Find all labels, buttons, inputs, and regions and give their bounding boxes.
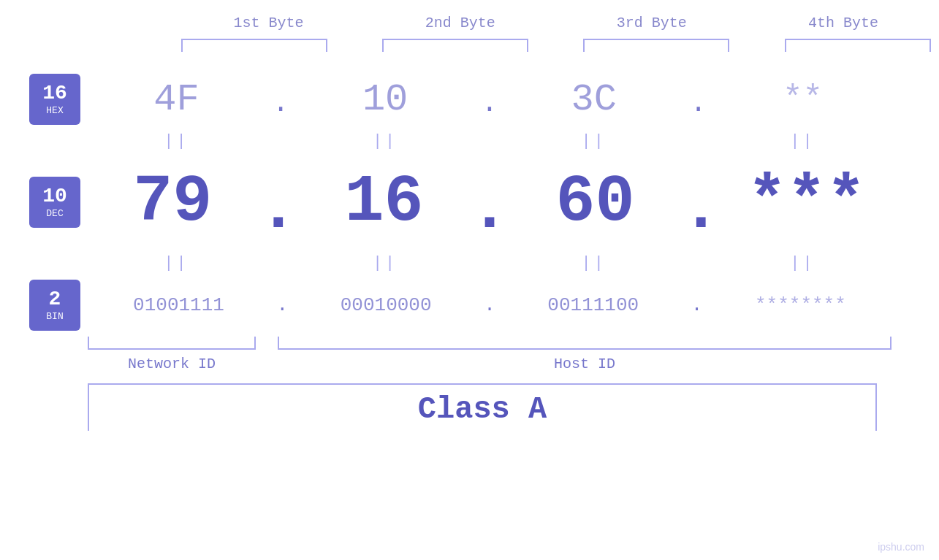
byte1-header: 1st Byte <box>185 15 353 31</box>
dot-hex-3: . <box>688 88 710 119</box>
byte2-header: 2nd Byte <box>376 15 544 31</box>
dec-val-1: 79 <box>88 165 256 239</box>
dec-row: 10 DEC 79 . 16 . 60 . *** <box>0 158 939 247</box>
hex-badge-num: 16 <box>42 83 67 105</box>
dec-badge: 10 DEC <box>29 177 80 228</box>
network-bracket <box>88 337 256 350</box>
class-section: Class A <box>88 383 877 431</box>
dot-bin-3: . <box>691 294 703 316</box>
hex-badge: 16 HEX <box>29 74 80 125</box>
eq1-3: || <box>510 132 678 150</box>
top-brackets <box>173 39 940 52</box>
bin-val-3: 00111100 <box>509 294 677 316</box>
bin-row: 2 BIN 01001111 . 00010000 . 00111100 . *… <box>0 280 939 331</box>
dec-badge-base: DEC <box>46 208 63 219</box>
bin-val-2: 00010000 <box>302 294 470 316</box>
eq1-2: || <box>301 132 469 150</box>
dec-val-2: 16 <box>300 165 468 239</box>
bracket-byte1 <box>181 39 327 52</box>
hex-row: 16 HEX 4F . 10 . 3C . ** <box>0 74 939 125</box>
dec-val-4: *** <box>723 165 891 239</box>
equals-row-2: || || || || <box>0 247 939 280</box>
dec-badge-num: 10 <box>42 185 67 208</box>
eq2-1: || <box>92 254 260 272</box>
dot-hex-2: . <box>479 88 501 119</box>
hex-val-2: 10 <box>301 78 469 121</box>
byte-headers-row: 1st Byte 2nd Byte 3rd Byte 4th Byte <box>0 15 939 39</box>
dot-dec-1: . <box>259 172 298 247</box>
main-container: 1st Byte 2nd Byte 3rd Byte 4th Byte 16 H… <box>0 0 939 560</box>
network-id-label: Network ID <box>88 356 256 372</box>
bracket-byte4 <box>785 39 931 52</box>
equals-row-1: || || || || <box>0 125 939 158</box>
hex-val-3: 3C <box>510 78 678 121</box>
dot-hex-1: . <box>270 88 292 119</box>
eq2-3: || <box>510 254 678 272</box>
eq2-2: || <box>301 254 469 272</box>
dot-bin-2: . <box>484 294 495 316</box>
host-id-label: Host ID <box>278 356 892 372</box>
bin-val-1: 01001111 <box>95 294 263 316</box>
eq2-4: || <box>718 254 886 272</box>
bracket-byte3 <box>583 39 729 52</box>
hex-badge-base: HEX <box>46 105 63 116</box>
byte4-header: 4th Byte <box>759 15 927 31</box>
byte-headers: 1st Byte 2nd Byte 3rd Byte 4th Byte <box>173 15 940 31</box>
bin-badge-base: BIN <box>46 311 63 322</box>
class-label: Class A <box>418 392 547 427</box>
bin-val-4: ******** <box>716 294 884 316</box>
dot-dec-3: . <box>681 172 721 247</box>
byte3-header: 3rd Byte <box>568 15 736 31</box>
eq1-1: || <box>92 132 260 150</box>
bracket-byte2 <box>382 39 528 52</box>
class-section-row: Class A <box>0 383 939 431</box>
hex-val-1: 4F <box>92 78 260 121</box>
top-brackets-row <box>0 39 939 66</box>
bin-badge: 2 BIN <box>29 280 80 331</box>
bin-badge-num: 2 <box>49 288 61 311</box>
host-bracket <box>278 337 892 350</box>
watermark: ipshu.com <box>878 541 924 553</box>
hex-val-4: ** <box>718 80 886 118</box>
dot-bin-1: . <box>277 294 289 316</box>
id-labels-row: Network ID Host ID <box>0 356 939 372</box>
dec-val-3: 60 <box>512 165 680 239</box>
dot-dec-2: . <box>470 172 509 247</box>
bottom-brackets-row <box>0 337 939 350</box>
eq1-4: || <box>718 132 886 150</box>
